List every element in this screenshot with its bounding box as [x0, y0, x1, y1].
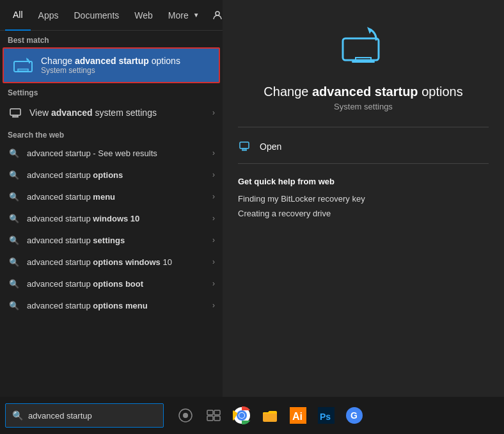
svg-rect-18 — [214, 410, 220, 415]
help-link-1[interactable]: Creating a recovery drive — [238, 206, 489, 221]
startup-icon — [12, 54, 35, 77]
settings-section-label: Settings — [0, 83, 223, 100]
web-search-label: Search the web — [0, 125, 223, 142]
search-icon-2: 🔍 — [8, 190, 20, 203]
web-item-text-4: advanced startup settings — [27, 236, 212, 245]
web-item-text-6: advanced startup options boot — [27, 279, 212, 289]
chevron-right-6: › — [212, 279, 215, 288]
taskbar-search-icon: 🔍 — [12, 410, 23, 421]
svg-rect-2 — [18, 69, 28, 71]
chevron-right-7: › — [212, 301, 215, 310]
search-icon-5: 🔍 — [8, 255, 20, 268]
settings-item[interactable]: View advanced system settings › — [0, 100, 223, 125]
tab-all[interactable]: All — [5, 0, 31, 31]
svg-rect-13 — [242, 149, 246, 150]
chevron-right-3: › — [212, 214, 215, 223]
web-item-4[interactable]: 🔍 advanced startup settings › — [0, 229, 223, 251]
chevron-right-1: › — [212, 170, 215, 179]
chevron-right-icon: › — [212, 108, 215, 117]
web-item-6[interactable]: 🔍 advanced startup options boot › — [0, 273, 223, 294]
svg-rect-20 — [214, 416, 220, 421]
tabs-bar: All Apps Documents Web More ▼ ··· ✕ — [0, 0, 223, 31]
results-list: Best match Change advanced startup optio… — [0, 31, 223, 397]
svg-rect-7 — [12, 117, 19, 118]
detail-panel: Change advanced startup options System s… — [223, 0, 504, 397]
svg-text:Ai: Ai — [292, 411, 303, 422]
search-icon-6: 🔍 — [8, 277, 20, 290]
web-item-3[interactable]: 🔍 advanced startup windows 10 › — [0, 207, 223, 229]
file-explorer-icon[interactable] — [258, 404, 281, 427]
svg-marker-11 — [367, 27, 372, 34]
tab-documents[interactable]: Documents — [66, 0, 127, 31]
chevron-right-0: › — [212, 149, 215, 157]
taskbar-search-box[interactable]: 🔍 advanced startup — [5, 403, 164, 428]
open-icon — [238, 139, 253, 154]
svg-rect-5 — [10, 109, 20, 115]
web-item-text-0: advanced startup - See web results — [27, 149, 212, 158]
web-item-2[interactable]: 🔍 advanced startup menu › — [0, 186, 223, 207]
svg-rect-19 — [207, 416, 213, 421]
cortana-icon[interactable] — [174, 404, 197, 427]
svg-rect-12 — [240, 142, 249, 149]
open-row[interactable]: Open — [238, 135, 489, 158]
web-item-7[interactable]: 🔍 advanced startup options menu › — [0, 294, 223, 316]
svg-rect-3 — [17, 71, 29, 72]
web-item-1[interactable]: 🔍 advanced startup options › — [0, 164, 223, 186]
tab-apps[interactable]: Apps — [31, 0, 67, 31]
svg-rect-8 — [343, 38, 379, 60]
svg-rect-25 — [263, 412, 277, 422]
photoshop-icon[interactable]: Ps — [315, 404, 338, 427]
taskbar-search-text: advanced startup — [28, 411, 92, 421]
svg-rect-10 — [352, 61, 375, 63]
help-title: Get quick help from web — [238, 177, 489, 186]
web-item-text-5: advanced startup options windows 10 — [27, 257, 212, 267]
system-settings-icon — [8, 105, 23, 120]
svg-rect-14 — [242, 150, 247, 151]
svg-rect-17 — [207, 410, 213, 415]
google-account-icon[interactable]: G — [343, 404, 366, 427]
taskbar: 🔍 advanced startup — [0, 397, 504, 434]
chevron-right-4: › — [212, 236, 215, 245]
search-icon-1: 🔍 — [8, 168, 20, 181]
best-match-title: Change advanced startup options — [41, 56, 180, 66]
tab-more[interactable]: More ▼ — [161, 0, 207, 31]
chevron-right-2: › — [212, 192, 215, 201]
best-match-item[interactable]: Change advanced startup options System s… — [3, 47, 220, 83]
divider-1 — [238, 127, 489, 127]
search-panel: All Apps Documents Web More ▼ ··· ✕ Best… — [0, 0, 223, 397]
svg-text:G: G — [350, 410, 358, 421]
search-icon-0: 🔍 — [8, 147, 20, 159]
svg-point-0 — [216, 12, 219, 15]
help-section: Get quick help from web Finding my BitLo… — [238, 177, 489, 221]
web-item-text-7: advanced startup options menu — [27, 301, 212, 310]
best-match-subtitle: System settings — [41, 66, 180, 75]
search-icon-4: 🔍 — [8, 234, 20, 246]
svg-rect-6 — [13, 115, 18, 117]
svg-point-24 — [239, 413, 244, 418]
search-icon-3: 🔍 — [8, 212, 20, 225]
web-item-text-1: advanced startup options — [27, 170, 212, 180]
detail-title: Change advanced startup options — [264, 84, 462, 99]
web-item-text-3: advanced startup windows 10 — [27, 214, 212, 223]
chevron-right-5: › — [212, 257, 215, 266]
svg-point-16 — [183, 413, 188, 418]
chrome-icon[interactable] — [230, 404, 253, 427]
svg-text:Ps: Ps — [320, 412, 331, 422]
web-item-0[interactable]: 🔍 advanced startup - See web results › — [0, 142, 223, 164]
taskbar-icons: Ai Ps G — [174, 404, 366, 427]
help-link-0[interactable]: Finding my BitLocker recovery key — [238, 191, 489, 206]
best-match-text: Change advanced startup options System s… — [41, 56, 180, 75]
open-label: Open — [260, 141, 281, 152]
detail-startup-icon — [338, 20, 389, 74]
detail-subtitle: System settings — [334, 102, 393, 111]
illustrator-icon[interactable]: Ai — [287, 404, 310, 427]
web-item-text-2: advanced startup menu — [27, 192, 212, 202]
best-match-label: Best match — [0, 31, 223, 47]
search-icon-7: 🔍 — [8, 299, 20, 312]
settings-item-text: View advanced system settings — [29, 108, 212, 118]
chevron-down-icon: ▼ — [193, 12, 200, 19]
divider-2 — [238, 163, 489, 164]
web-item-5[interactable]: 🔍 advanced startup options windows 10 › — [0, 251, 223, 273]
tab-web[interactable]: Web — [127, 0, 161, 31]
task-view-icon[interactable] — [202, 404, 225, 427]
